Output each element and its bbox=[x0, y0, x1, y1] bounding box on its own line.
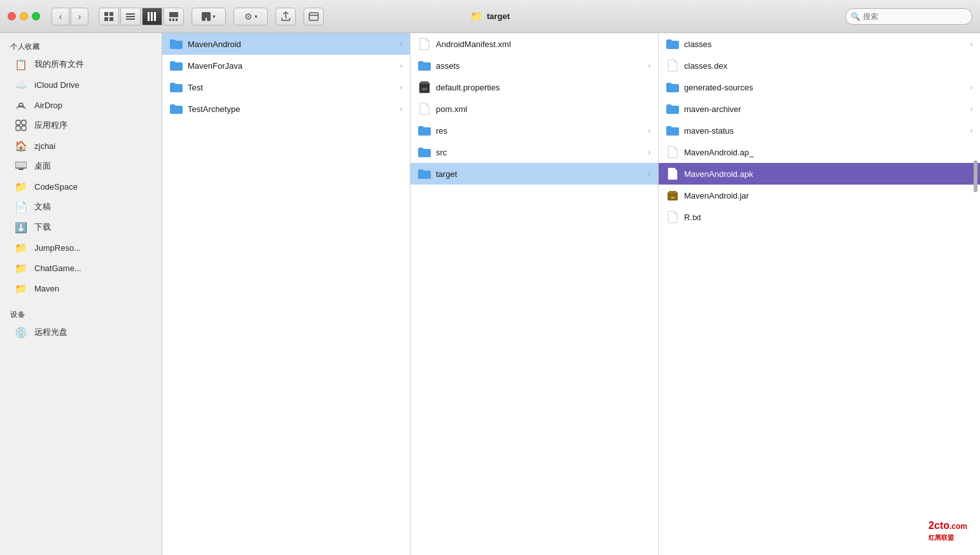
column-view-button[interactable] bbox=[142, 8, 162, 25]
folder-icon bbox=[666, 124, 679, 137]
folder-icon bbox=[666, 102, 679, 115]
svg-rect-10 bbox=[169, 12, 178, 17]
list-item[interactable]: res › bbox=[410, 120, 658, 141]
tab-view-button[interactable]: ▾ bbox=[192, 8, 226, 25]
sidebar-item-maven[interactable]: 📁 Maven bbox=[4, 278, 158, 299]
list-item[interactable]: generated-sources › bbox=[659, 76, 980, 98]
list-item[interactable]: maven-status › bbox=[659, 120, 980, 141]
title-label: target bbox=[487, 11, 510, 21]
folder2-icon: 📁 bbox=[14, 241, 28, 255]
cover-flow-button[interactable] bbox=[164, 8, 184, 25]
list-item[interactable]: classes.dex bbox=[659, 55, 980, 76]
path-button[interactable] bbox=[304, 8, 324, 25]
search-bar[interactable]: 🔍 bbox=[845, 8, 972, 25]
list-view-button[interactable] bbox=[120, 8, 141, 25]
file-icon bbox=[418, 38, 431, 50]
search-input[interactable] bbox=[863, 12, 967, 21]
svg-rect-25 bbox=[18, 169, 24, 170]
svg-rect-8 bbox=[151, 12, 153, 21]
share-button[interactable] bbox=[276, 8, 296, 25]
sidebar-item-chatgame[interactable]: 📁 ChatGame... bbox=[4, 258, 158, 278]
svg-rect-17 bbox=[309, 13, 318, 20]
list-item[interactable]: target › bbox=[410, 163, 658, 185]
scrollbar[interactable] bbox=[974, 160, 977, 192]
svg-rect-5 bbox=[126, 16, 135, 17]
sidebar-item-downloads[interactable]: ⬇️ 下载 bbox=[4, 217, 158, 237]
list-item[interactable]: MavenAndroid.ap_ bbox=[659, 141, 980, 163]
main-content: 个人收藏 📋 我的所有文件 ☁️ iCloud Drive AirDrop bbox=[0, 33, 980, 555]
sidebar-item-icloud[interactable]: ☁️ iCloud Drive bbox=[4, 74, 158, 95]
folder-icon bbox=[418, 167, 431, 180]
list-item[interactable]: R.txt bbox=[659, 206, 980, 228]
folder-icon bbox=[666, 81, 679, 94]
sidebar-item-applications[interactable]: 应用程序 bbox=[4, 115, 158, 136]
sidebar-item-label: JumpReso... bbox=[34, 243, 81, 253]
svg-rect-3 bbox=[109, 17, 113, 21]
file-name: maven-status bbox=[684, 126, 965, 136]
sidebar-item-jumpresolve[interactable]: 📁 JumpReso... bbox=[4, 237, 158, 258]
back-button[interactable]: ‹ bbox=[52, 8, 69, 25]
sidebar-item-all-files[interactable]: 📋 我的所有文件 bbox=[4, 54, 158, 74]
chevron-icon: › bbox=[970, 84, 972, 91]
list-item[interactable]: classes › bbox=[659, 33, 980, 55]
sidebar-item-label: iCloud Drive bbox=[34, 80, 80, 90]
folder3-icon: 📁 bbox=[14, 261, 28, 275]
sidebar-item-label: 下载 bbox=[34, 221, 51, 233]
sidebar-item-desktop[interactable]: 桌面 bbox=[4, 156, 158, 176]
list-item[interactable]: JAR MavenAndroid.jar bbox=[659, 185, 980, 206]
sidebar-item-label: zjchai bbox=[34, 141, 55, 151]
svg-rect-30 bbox=[669, 191, 676, 193]
list-item[interactable]: JAR default.properties bbox=[410, 76, 658, 98]
sidebar-item-label: 应用程序 bbox=[34, 120, 67, 131]
file-name: R.txt bbox=[684, 213, 972, 222]
desktop-icon bbox=[14, 159, 28, 173]
icon-view-button[interactable] bbox=[99, 8, 119, 25]
list-item[interactable]: MavenForJava › bbox=[162, 55, 410, 76]
forward-button[interactable]: › bbox=[71, 8, 88, 25]
svg-rect-7 bbox=[148, 12, 150, 21]
list-item[interactable]: pom.xml bbox=[410, 98, 658, 120]
list-item[interactable]: assets › bbox=[410, 55, 658, 76]
applications-icon bbox=[14, 118, 28, 132]
sidebar-item-airdrop[interactable]: AirDrop bbox=[4, 95, 158, 115]
jar-icon: JAR bbox=[418, 81, 431, 94]
list-item[interactable]: TestArchetype › bbox=[162, 98, 410, 120]
list-item[interactable]: AndroidManifest.xml bbox=[410, 33, 658, 55]
svg-rect-22 bbox=[22, 126, 26, 130]
svg-rect-12 bbox=[172, 18, 174, 21]
list-item[interactable]: maven-archiver › bbox=[659, 98, 980, 120]
file-name: generated-sources bbox=[684, 83, 965, 92]
sidebar-item-label: 远程光盘 bbox=[34, 327, 67, 338]
chevron-icon: › bbox=[400, 106, 402, 113]
folder-icon bbox=[418, 146, 431, 158]
list-item[interactable]: MavenAndroid › bbox=[162, 33, 410, 55]
chevron-icon: › bbox=[400, 84, 402, 91]
sidebar-item-codespace[interactable]: 📁 CodeSpace bbox=[4, 176, 158, 197]
favorites-section-title: 个人收藏 bbox=[0, 38, 162, 54]
file-name: maven-archiver bbox=[684, 104, 965, 114]
svg-text:JAR: JAR bbox=[421, 87, 428, 91]
close-button[interactable] bbox=[8, 12, 16, 20]
maximize-button[interactable] bbox=[32, 12, 40, 20]
sidebar-item-remote-disk[interactable]: 💿 远程光盘 bbox=[4, 322, 158, 342]
sidebar-item-zjchai[interactable]: 🏠 zjchai bbox=[4, 136, 158, 156]
traffic-lights bbox=[8, 12, 40, 20]
svg-rect-11 bbox=[169, 18, 171, 21]
sidebar-item-documents[interactable]: 📄 文稿 bbox=[4, 197, 158, 217]
column-3: classes › classes.dex generat bbox=[659, 33, 980, 555]
svg-rect-4 bbox=[126, 13, 135, 15]
settings-button[interactable]: ⚙ ▾ bbox=[234, 8, 268, 25]
svg-rect-24 bbox=[15, 162, 27, 168]
svg-rect-0 bbox=[104, 12, 108, 16]
minimize-button[interactable] bbox=[20, 12, 28, 20]
list-item[interactable]: MavenAndroid.apk bbox=[659, 163, 980, 185]
svg-text:JAR: JAR bbox=[670, 196, 675, 199]
file-name: src bbox=[436, 148, 643, 157]
list-item[interactable]: Test › bbox=[162, 76, 410, 98]
column-2: AndroidManifest.xml assets › JAR bbox=[410, 33, 659, 555]
column-1: MavenAndroid › MavenForJava › Test bbox=[162, 33, 410, 555]
sidebar-item-label: Maven bbox=[34, 284, 59, 293]
list-item[interactable]: src › bbox=[410, 141, 658, 163]
file-name: target bbox=[436, 169, 643, 179]
chevron-icon: › bbox=[648, 62, 650, 69]
